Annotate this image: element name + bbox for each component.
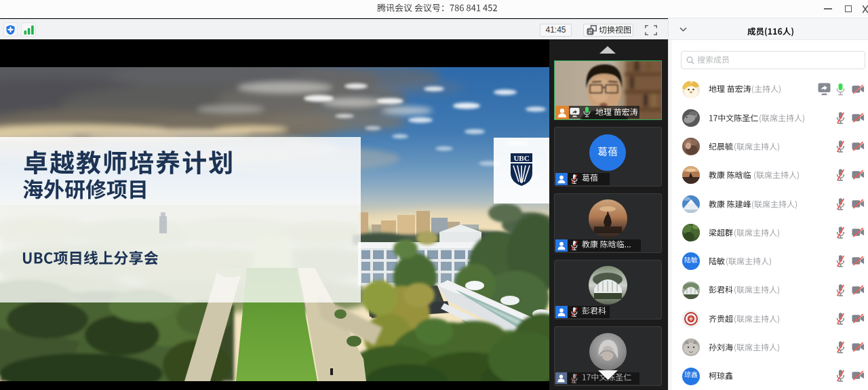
svg-text:UBC: UBC bbox=[513, 154, 529, 162]
